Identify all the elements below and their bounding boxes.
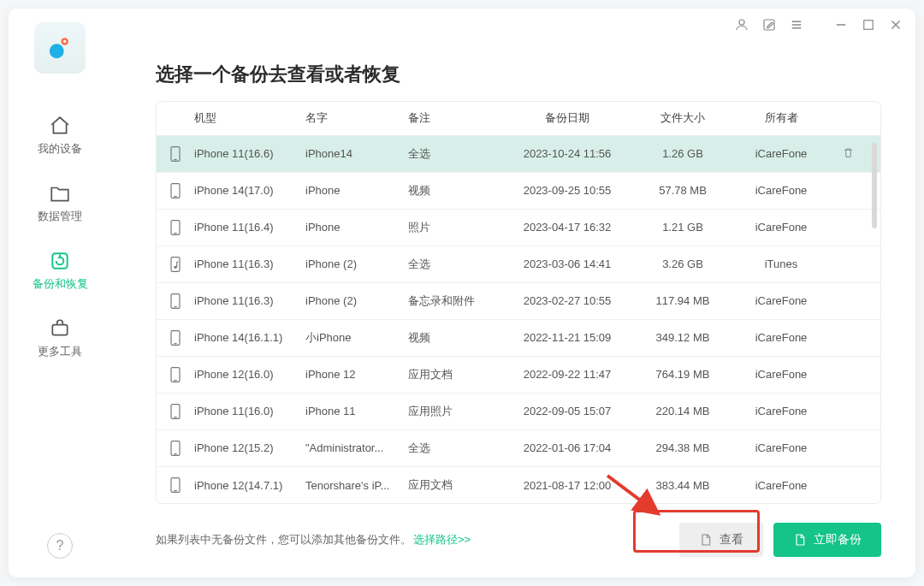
cell-name: iPhone <box>302 221 405 234</box>
cell-name: iPhone 11 <box>302 405 405 417</box>
cell-size: 349.12 MB <box>636 331 730 344</box>
app-window: 我的设备 数据管理 备份和恢复 更多工具 ? 选择一个备份去查看或者恢复 机型 … <box>9 9 915 577</box>
phone-icon <box>160 182 191 199</box>
cell-date: 2023-10-24 11:56 <box>499 147 636 160</box>
svg-point-11 <box>63 40 66 43</box>
user-icon[interactable] <box>734 17 749 33</box>
view-button[interactable]: 查看 <box>679 523 763 557</box>
table-header: 机型 名字 备注 备份日期 文件大小 所有者 <box>157 102 880 136</box>
sidebar-item-label: 我的设备 <box>38 142 82 157</box>
cell-name: iPhone (2) <box>302 257 405 270</box>
cell-size: 383.44 MB <box>636 479 730 492</box>
sidebar-item-more-tools[interactable]: 更多工具 <box>9 304 111 371</box>
cell-model: iPhone 11(16.4) <box>191 221 302 234</box>
cell-size: 294.38 MB <box>636 441 730 454</box>
cell-model: iPhone 11(16.3) <box>191 294 302 307</box>
phone-icon <box>160 440 191 457</box>
titlebar <box>734 17 903 33</box>
th-date: 备份日期 <box>499 110 636 126</box>
phone-icon <box>160 219 191 236</box>
svg-point-0 <box>739 20 744 25</box>
sidebar-item-label: 备份和恢复 <box>33 277 88 292</box>
table-row[interactable]: iPhone 11(16.3)iPhone (2)备忘录和附件2023-02-2… <box>157 283 880 320</box>
itunes-device-icon <box>160 256 191 273</box>
cell-owner: iCareFone <box>730 294 832 307</box>
footer: 如果列表中无备份文件，您可以添加其他备份文件。 选择路径>> 查看 立即备份 <box>156 523 881 557</box>
cell-date: 2022-11-21 15:09 <box>499 331 636 344</box>
phone-icon <box>160 145 191 163</box>
cell-size: 1.26 GB <box>636 147 730 160</box>
choose-path-link[interactable]: 选择路径>> <box>413 532 471 548</box>
table-row[interactable]: iPhone 11(16.0)iPhone 11应用照片2022-09-05 1… <box>157 394 880 430</box>
table-row[interactable]: iPhone 12(16.0)iPhone 12应用文档2022-09-22 1… <box>157 357 880 394</box>
help-button[interactable]: ? <box>47 533 73 559</box>
cell-model: iPhone 12(16.0) <box>191 368 302 381</box>
cell-note: 照片 <box>405 220 499 235</box>
page-title: 选择一个备份去查看或者恢复 <box>156 62 881 87</box>
sidebar-item-data-manage[interactable]: 数据管理 <box>9 169 111 236</box>
svg-rect-22 <box>171 294 180 309</box>
svg-rect-32 <box>171 478 180 493</box>
sidebar-item-my-device[interactable]: 我的设备 <box>9 101 111 169</box>
table-row[interactable]: iPhone 11(16.3)iPhone (2)全选2023-03-06 14… <box>157 246 880 283</box>
cell-owner: iCareFone <box>730 479 832 492</box>
cell-date: 2022-09-05 15:07 <box>499 405 636 417</box>
cell-owner: iCareFone <box>730 441 832 454</box>
minimize-icon[interactable] <box>833 17 849 33</box>
cell-model: iPhone 14(17.0) <box>191 184 302 197</box>
svg-point-9 <box>50 44 64 58</box>
cell-date: 2022-01-06 17:04 <box>499 441 636 454</box>
sidebar-item-label: 数据管理 <box>38 210 82 224</box>
table-row[interactable]: iPhone 12(15.2)"Administrator...全选2022-0… <box>157 430 880 467</box>
table-row[interactable]: iPhone 14(16.1.1)小iPhone视频2022-11-21 15:… <box>157 320 880 357</box>
cell-size: 117.94 MB <box>636 294 730 307</box>
cell-owner: iCareFone <box>730 147 832 160</box>
table-row[interactable]: iPhone 12(14.7.1)Tenorshare's iP...应用文档2… <box>157 467 880 503</box>
cell-model: iPhone 14(16.1.1) <box>191 331 302 344</box>
svg-rect-18 <box>171 221 180 235</box>
edit-row-icon[interactable] <box>832 146 835 162</box>
svg-rect-14 <box>171 147 180 162</box>
cell-name: iPhone14 <box>302 147 405 160</box>
cell-note: 全选 <box>405 257 499 272</box>
th-name: 名字 <box>302 110 405 126</box>
close-icon[interactable] <box>888 17 903 33</box>
cell-model: iPhone 12(15.2) <box>191 441 302 454</box>
cell-model: iPhone 12(14.7.1) <box>191 479 302 492</box>
cell-owner: iTunes <box>730 257 832 270</box>
cell-model: iPhone 11(16.3) <box>191 257 302 270</box>
phone-icon <box>160 366 191 383</box>
cell-model: iPhone 11(16.6) <box>191 147 302 160</box>
cell-owner: iCareFone <box>730 405 832 417</box>
cell-owner: iCareFone <box>730 221 832 234</box>
cell-owner: iCareFone <box>730 368 832 381</box>
svg-rect-13 <box>52 325 67 335</box>
phone-icon <box>160 329 191 346</box>
table-row[interactable]: iPhone 11(16.4)iPhone照片2023-04-17 16:321… <box>157 210 880 246</box>
cell-date: 2023-03-06 14:41 <box>499 257 636 270</box>
backup-now-button[interactable]: 立即备份 <box>773 523 881 557</box>
table-row[interactable]: iPhone 14(17.0)iPhone视频2023-09-25 10:555… <box>157 173 880 210</box>
menu-icon[interactable] <box>789 17 804 33</box>
svg-rect-20 <box>171 257 180 272</box>
maximize-icon[interactable] <box>861 17 876 33</box>
table-row[interactable]: iPhone 11(16.6)iPhone14全选2023-10-24 11:5… <box>157 136 880 173</box>
edit-icon[interactable] <box>761 17 777 33</box>
sidebar-item-backup-restore[interactable]: 备份和恢复 <box>9 236 111 304</box>
cell-note: 视频 <box>405 183 499 198</box>
cell-name: Tenorshare's iP... <box>302 479 405 492</box>
phone-icon <box>160 293 191 310</box>
row-actions <box>832 146 862 162</box>
cell-name: 小iPhone <box>302 330 405 346</box>
cell-model: iPhone 11(16.0) <box>191 405 302 417</box>
svg-rect-16 <box>171 184 180 198</box>
delete-row-icon[interactable] <box>842 146 855 162</box>
th-size: 文件大小 <box>636 110 730 126</box>
th-model: 机型 <box>191 110 302 126</box>
cell-size: 3.26 GB <box>636 257 730 270</box>
scrollbar-thumb[interactable] <box>872 143 877 228</box>
phone-icon <box>160 403 191 420</box>
main-content: 选择一个备份去查看或者恢复 机型 名字 备注 备份日期 文件大小 所有者 iPh… <box>111 9 915 577</box>
cell-date: 2023-02-27 10:55 <box>499 294 636 307</box>
svg-rect-6 <box>864 21 874 30</box>
